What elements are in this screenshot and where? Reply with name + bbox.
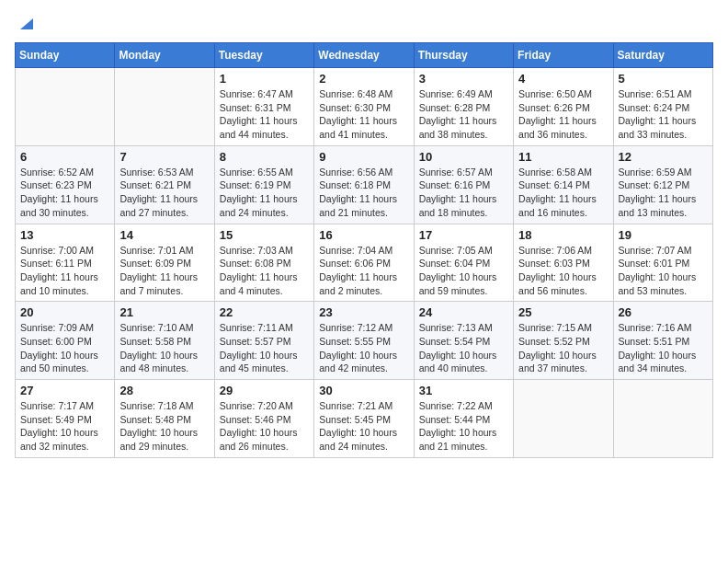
day-info: Sunrise: 6:58 AMSunset: 6:14 PMDaylight:… [518, 166, 608, 220]
day-info: Sunrise: 7:01 AMSunset: 6:09 PMDaylight:… [119, 244, 209, 298]
calendar-cell: 19Sunrise: 7:07 AMSunset: 6:01 PMDayligh… [613, 224, 712, 302]
day-number: 8 [220, 150, 309, 164]
calendar-cell: 25Sunrise: 7:15 AMSunset: 5:52 PMDayligh… [514, 302, 613, 380]
day-info: Sunrise: 7:15 AMSunset: 5:52 PMDaylight:… [518, 321, 608, 375]
calendar-header-sunday: Sunday [16, 43, 115, 68]
day-number: 9 [319, 150, 408, 164]
calendar-cell: 24Sunrise: 7:13 AMSunset: 5:54 PMDayligh… [414, 302, 513, 380]
day-number: 13 [20, 228, 109, 242]
day-info: Sunrise: 7:16 AMSunset: 5:51 PMDaylight:… [619, 321, 708, 375]
day-number: 21 [119, 305, 209, 319]
calendar-cell: 14Sunrise: 7:01 AMSunset: 6:09 PMDayligh… [115, 224, 214, 302]
day-info: Sunrise: 6:53 AMSunset: 6:21 PMDaylight:… [119, 166, 209, 220]
calendar-cell: 21Sunrise: 7:10 AMSunset: 5:58 PMDayligh… [115, 302, 214, 380]
day-info: Sunrise: 7:21 AMSunset: 5:45 PMDaylight:… [319, 399, 408, 454]
calendar-cell: 17Sunrise: 7:05 AMSunset: 6:04 PMDayligh… [414, 224, 513, 302]
day-info: Sunrise: 7:17 AMSunset: 5:49 PMDaylight:… [20, 399, 109, 454]
day-info: Sunrise: 6:57 AMSunset: 6:16 PMDaylight:… [419, 166, 508, 220]
calendar-header-saturday: Saturday [613, 43, 712, 68]
day-info: Sunrise: 7:07 AMSunset: 6:01 PMDaylight:… [619, 244, 708, 298]
calendar-week-5: 27Sunrise: 7:17 AMSunset: 5:49 PMDayligh… [16, 380, 713, 458]
calendar-cell: 22Sunrise: 7:11 AMSunset: 5:57 PMDayligh… [214, 302, 313, 380]
calendar-week-1: 1Sunrise: 6:47 AMSunset: 6:31 PMDaylight… [16, 68, 713, 146]
calendar-cell: 29Sunrise: 7:20 AMSunset: 5:46 PMDayligh… [214, 380, 313, 458]
calendar-cell: 7Sunrise: 6:53 AMSunset: 6:21 PMDaylight… [115, 145, 214, 224]
day-number: 27 [20, 384, 109, 397]
day-number: 3 [419, 72, 508, 86]
page-header [15, 15, 713, 33]
day-info: Sunrise: 6:51 AMSunset: 6:24 PMDaylight:… [619, 87, 708, 142]
day-number: 12 [619, 150, 708, 164]
calendar-header-monday: Monday [115, 43, 214, 68]
day-number: 22 [220, 305, 309, 319]
day-number: 14 [119, 228, 209, 242]
day-info: Sunrise: 6:56 AMSunset: 6:18 PMDaylight:… [319, 166, 408, 220]
day-number: 17 [419, 228, 508, 242]
calendar-cell: 12Sunrise: 6:59 AMSunset: 6:12 PMDayligh… [613, 145, 712, 224]
day-number: 20 [20, 305, 109, 319]
day-info: Sunrise: 6:47 AMSunset: 6:31 PMDaylight:… [220, 87, 309, 142]
calendar-cell: 31Sunrise: 7:22 AMSunset: 5:44 PMDayligh… [414, 380, 513, 458]
calendar-cell: 2Sunrise: 6:48 AMSunset: 6:30 PMDaylight… [314, 68, 414, 146]
day-number: 31 [419, 384, 508, 397]
day-info: Sunrise: 7:22 AMSunset: 5:44 PMDaylight:… [419, 399, 508, 454]
calendar-cell: 1Sunrise: 6:47 AMSunset: 6:31 PMDaylight… [214, 68, 313, 146]
day-number: 10 [419, 150, 508, 164]
day-info: Sunrise: 7:20 AMSunset: 5:46 PMDaylight:… [220, 399, 309, 454]
day-number: 19 [619, 228, 708, 242]
day-info: Sunrise: 7:18 AMSunset: 5:48 PMDaylight:… [119, 399, 209, 454]
day-number: 5 [619, 72, 708, 86]
calendar-header-wednesday: Wednesday [314, 43, 414, 68]
day-number: 7 [119, 150, 209, 164]
day-info: Sunrise: 7:03 AMSunset: 6:08 PMDaylight:… [220, 244, 309, 298]
day-info: Sunrise: 7:06 AMSunset: 6:03 PMDaylight:… [518, 244, 608, 298]
calendar-cell: 16Sunrise: 7:04 AMSunset: 6:06 PMDayligh… [314, 224, 414, 302]
calendar-table: SundayMondayTuesdayWednesdayThursdayFrid… [15, 42, 713, 458]
day-number: 11 [518, 150, 608, 164]
day-info: Sunrise: 6:59 AMSunset: 6:12 PMDaylight:… [619, 166, 708, 220]
day-info: Sunrise: 7:04 AMSunset: 6:06 PMDaylight:… [319, 244, 408, 298]
calendar-cell: 10Sunrise: 6:57 AMSunset: 6:16 PMDayligh… [414, 145, 513, 224]
calendar-cell: 8Sunrise: 6:55 AMSunset: 6:19 PMDaylight… [214, 145, 313, 224]
day-number: 4 [518, 72, 608, 86]
day-number: 29 [220, 384, 309, 397]
calendar-cell: 9Sunrise: 6:56 AMSunset: 6:18 PMDaylight… [314, 145, 414, 224]
calendar-cell: 27Sunrise: 7:17 AMSunset: 5:49 PMDayligh… [16, 380, 115, 458]
calendar-cell: 11Sunrise: 6:58 AMSunset: 6:14 PMDayligh… [514, 145, 613, 224]
day-number: 15 [220, 228, 309, 242]
calendar-cell: 20Sunrise: 7:09 AMSunset: 6:00 PMDayligh… [16, 302, 115, 380]
svg-marker-0 [20, 18, 33, 29]
logo [15, 15, 33, 33]
calendar-cell: 4Sunrise: 6:50 AMSunset: 6:26 PMDaylight… [514, 68, 613, 146]
calendar-header-friday: Friday [514, 43, 613, 68]
calendar-cell [16, 68, 115, 146]
calendar-cell [613, 380, 712, 458]
day-info: Sunrise: 7:13 AMSunset: 5:54 PMDaylight:… [419, 321, 508, 375]
calendar-cell: 15Sunrise: 7:03 AMSunset: 6:08 PMDayligh… [214, 224, 313, 302]
day-number: 25 [518, 305, 608, 319]
day-number: 30 [319, 384, 408, 397]
day-number: 23 [319, 305, 408, 319]
day-info: Sunrise: 7:10 AMSunset: 5:58 PMDaylight:… [119, 321, 209, 375]
calendar-cell [115, 68, 214, 146]
calendar-cell: 13Sunrise: 7:00 AMSunset: 6:11 PMDayligh… [16, 224, 115, 302]
calendar-cell: 26Sunrise: 7:16 AMSunset: 5:51 PMDayligh… [613, 302, 712, 380]
calendar-cell: 30Sunrise: 7:21 AMSunset: 5:45 PMDayligh… [314, 380, 414, 458]
calendar-cell: 5Sunrise: 6:51 AMSunset: 6:24 PMDaylight… [613, 68, 712, 146]
logo-icon [17, 15, 33, 31]
day-number: 28 [119, 384, 209, 397]
day-info: Sunrise: 6:49 AMSunset: 6:28 PMDaylight:… [419, 87, 508, 142]
calendar-week-4: 20Sunrise: 7:09 AMSunset: 6:00 PMDayligh… [16, 302, 713, 380]
day-info: Sunrise: 7:00 AMSunset: 6:11 PMDaylight:… [20, 244, 109, 298]
calendar-header-row: SundayMondayTuesdayWednesdayThursdayFrid… [16, 43, 713, 68]
day-info: Sunrise: 7:11 AMSunset: 5:57 PMDaylight:… [220, 321, 309, 375]
day-number: 24 [419, 305, 508, 319]
day-number: 18 [518, 228, 608, 242]
calendar-cell [514, 380, 613, 458]
day-info: Sunrise: 7:09 AMSunset: 6:00 PMDaylight:… [20, 321, 109, 375]
day-number: 26 [619, 305, 708, 319]
day-number: 6 [20, 150, 109, 164]
day-info: Sunrise: 6:55 AMSunset: 6:19 PMDaylight:… [220, 166, 309, 220]
calendar-header-thursday: Thursday [414, 43, 513, 68]
day-info: Sunrise: 6:52 AMSunset: 6:23 PMDaylight:… [20, 166, 109, 220]
